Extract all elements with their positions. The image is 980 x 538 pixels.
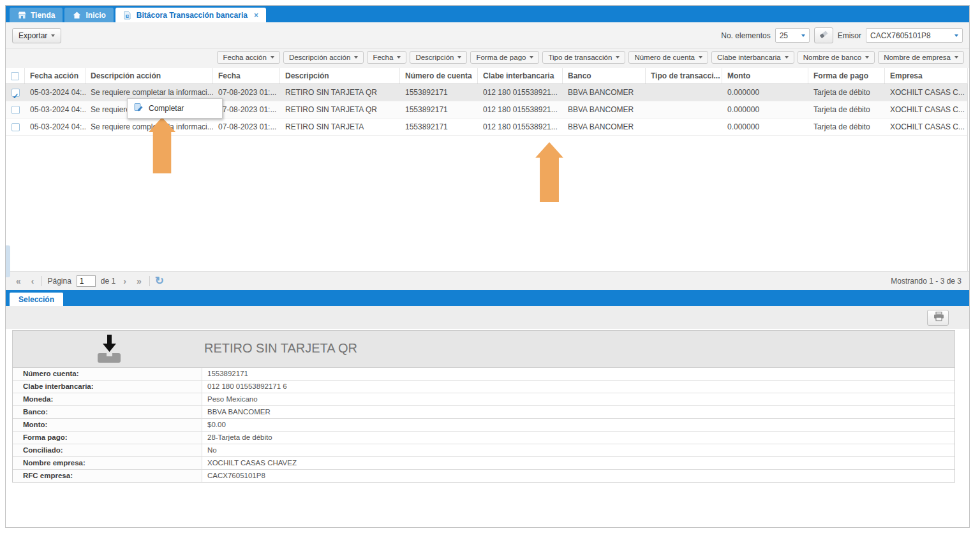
table-row[interactable]: 05-03-2024 04:... Se requiere completar …: [6, 119, 967, 136]
tab-inicio[interactable]: Inicio: [64, 8, 113, 22]
tab-tienda[interactable]: Tienda: [10, 8, 63, 22]
caret-down-icon: [801, 34, 805, 39]
detail-value: 28-Tarjeta de débito: [202, 432, 954, 444]
column-header-numero-de-cuenta[interactable]: Número de cuenta: [400, 68, 478, 84]
cell-descripcion: RETIRO SIN TARJETA: [280, 119, 400, 135]
column-header-forma-de-pago[interactable]: Forma de pago: [808, 68, 885, 84]
grid-header: Fecha acción Descripción acción Fecha De…: [6, 68, 967, 84]
column-header-descripcion-accion[interactable]: Descripción acción: [85, 68, 213, 84]
collapse-splitter-handle[interactable]: [6, 245, 10, 277]
detail-row: RFC empresa: CACX7605101P8: [13, 470, 954, 482]
detail-label: Número cuenta:: [13, 368, 202, 380]
cell-empresa: XOCHILT CASAS C...: [885, 101, 968, 118]
close-tab-icon[interactable]: ×: [254, 12, 258, 18]
download-tray-icon: [94, 333, 124, 367]
divider: [41, 276, 42, 286]
cell-clabe-interbancaria: 012 180 015538921...: [478, 119, 563, 135]
no-elementos-label: No. elementos: [721, 31, 770, 40]
column-header-banco[interactable]: Banco: [563, 68, 646, 84]
filter-button-fecha[interactable]: Fecha: [367, 51, 406, 64]
print-button[interactable]: [927, 310, 949, 326]
context-menu: Completar: [127, 98, 223, 119]
cell-banco: BBVA BANCOMER: [563, 119, 646, 135]
divider: [149, 276, 150, 286]
menu-item-label: Completar: [149, 104, 184, 113]
cell-forma-de-pago: Tarjeta de débito: [808, 101, 885, 118]
detail-row: Moneda: Peso Mexicano: [13, 393, 954, 406]
filter-button-nombre-de-empresa[interactable]: Nombre de empresa: [878, 51, 964, 64]
column-header-descripcion[interactable]: Descripción: [280, 68, 400, 84]
column-header-empresa[interactable]: Empresa: [885, 68, 968, 84]
cell-fecha: 07-08-2023 01:...: [213, 119, 280, 135]
selection-panel: RETIRO SIN TARJETA QR Número cuenta: 155…: [6, 306, 969, 527]
grid-empty-area: [6, 136, 967, 271]
cell-monto: 0.000000: [722, 84, 808, 101]
column-header-clabe-interbancaria[interactable]: Clabe interbancaria: [478, 68, 563, 84]
cell-forma-de-pago: Tarjeta de débito: [808, 84, 885, 101]
filter-button-descripcion[interactable]: Descripción: [410, 51, 467, 64]
exportar-button[interactable]: Exportar: [12, 28, 61, 43]
filter-button-fecha-accion[interactable]: Fecha acción: [217, 51, 279, 64]
tab-label: Inicio: [85, 11, 105, 20]
detail-label: Forma pago:: [13, 432, 202, 444]
cell-fecha: 07-08-2023 01:...: [213, 101, 280, 118]
filter-button-numero-de-cuenta[interactable]: Número de cuenta: [628, 51, 708, 64]
cell-fecha-accion: 05-03-2024 04:...: [25, 119, 85, 135]
tab-label: Tienda: [31, 11, 55, 20]
caret-down-icon: [51, 34, 55, 39]
prev-page-button[interactable]: ‹: [29, 277, 37, 286]
clear-filter-button[interactable]: [814, 27, 833, 43]
row-checkbox[interactable]: [11, 106, 20, 114]
cell-tipo-de-transaccion: [646, 101, 722, 118]
no-elementos-select[interactable]: 25: [775, 28, 810, 43]
results-count: Mostrando 1 - 3 de 3: [891, 277, 961, 286]
column-header-fecha[interactable]: Fecha: [213, 68, 280, 84]
exportar-label: Exportar: [19, 31, 47, 40]
cell-fecha-accion: 05-03-2024 04:...: [25, 84, 85, 101]
detail-row: Banco: BBVA BANCOMER: [13, 406, 954, 419]
no-elementos-value: 25: [780, 31, 788, 40]
detail-title: RETIRO SIN TARJETA QR: [204, 341, 357, 356]
cell-forma-de-pago: Tarjeta de débito: [808, 119, 885, 135]
emisor-label: Emisor: [838, 31, 861, 40]
row-checkbox[interactable]: [11, 123, 20, 131]
document-icon: s: [123, 11, 133, 20]
detail-header: RETIRO SIN TARJETA QR: [13, 331, 954, 368]
detail-row: Número cuenta: 1553892171: [13, 368, 954, 381]
filter-button-tipo-de-transaccion[interactable]: Tipo de transacción: [542, 51, 625, 64]
caret-down-icon: [397, 56, 401, 61]
caret-down-icon: [457, 56, 461, 61]
filter-button-nombre-de-banco[interactable]: Nombre de banco: [798, 51, 875, 64]
menu-item-completar[interactable]: Completar: [129, 100, 221, 117]
detail-label: Banco:: [13, 406, 202, 418]
caret-down-icon: [271, 56, 274, 61]
cell-clabe-interbancaria: 012 180 015538921...: [478, 84, 563, 101]
filter-button-descripcion-accion[interactable]: Descripción acción: [283, 51, 364, 64]
select-all-checkbox[interactable]: [11, 72, 19, 80]
cell-empresa: XOCHILT CASAS C...: [885, 119, 968, 135]
emisor-select[interactable]: CACX7605101P8: [866, 28, 963, 43]
next-page-button[interactable]: ›: [121, 277, 129, 286]
selection-toolbar: [6, 306, 969, 329]
page-of-label: de 1: [101, 277, 115, 286]
column-header-tipo-de-transaccion[interactable]: Tipo de transacci...: [646, 68, 722, 84]
detail-label: Monto:: [13, 419, 202, 431]
page-input[interactable]: [77, 275, 96, 287]
filter-button-clabe-interbancaria[interactable]: Clabe interbancaria: [711, 51, 794, 64]
detail-value: $0.00: [202, 419, 954, 431]
first-page-button[interactable]: «: [13, 277, 24, 286]
column-header-monto[interactable]: Monto: [722, 68, 808, 84]
cell-banco: BBVA BANCOMER: [563, 84, 646, 101]
column-header-fecha-accion[interactable]: Fecha acción: [25, 68, 85, 84]
detail-value: BBVA BANCOMER: [202, 406, 954, 418]
last-page-button[interactable]: »: [134, 277, 144, 286]
detail-label: Clabe interbancaria:: [13, 381, 202, 393]
store-icon: [17, 11, 27, 20]
tab-bitacora-transaccion-bancaria[interactable]: s Bitácora Transacción bancaria ×: [115, 8, 266, 22]
refresh-button[interactable]: ↻: [155, 275, 164, 286]
tab-seleccion[interactable]: Selección: [10, 293, 63, 306]
filter-button-forma-de-pago[interactable]: Forma de pago: [470, 51, 539, 64]
detail-value: No: [202, 444, 954, 456]
svg-text:s: s: [126, 14, 128, 18]
row-checkbox[interactable]: [11, 89, 20, 97]
